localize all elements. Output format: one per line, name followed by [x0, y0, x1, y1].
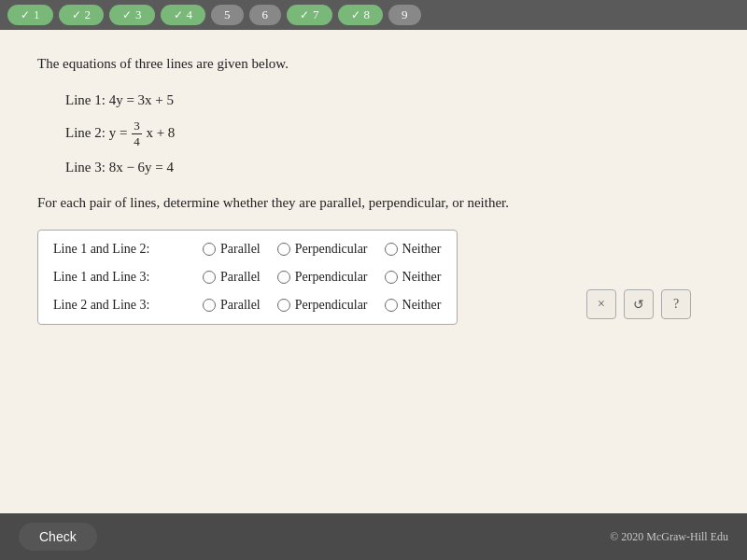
row3-label: Line 2 and Line 3:	[53, 298, 193, 313]
row1-parallel-option[interactable]: Parallel	[203, 242, 261, 257]
row2-parallel-radio[interactable]	[203, 271, 216, 284]
tab-8[interactable]: ✓ 8	[338, 5, 384, 25]
copyright-text: © 2020 McGraw-Hill Edu	[610, 530, 728, 544]
close-icon: ×	[598, 297, 605, 312]
row2-neither-label: Neither	[402, 270, 442, 285]
row1-neither-label: Neither	[402, 242, 442, 257]
line-equations: Line 1: 4y = 3x + 5 Line 2: y = 3 4 x + …	[65, 89, 710, 178]
help-button[interactable]: ?	[661, 289, 691, 319]
row2-neither-radio[interactable]	[385, 271, 398, 284]
tab-8-label: 8	[364, 7, 371, 22]
tab-6-label: 6	[262, 7, 269, 22]
row3-neither-label: Neither	[402, 298, 442, 313]
row2-parallel-option[interactable]: Parallel	[203, 270, 261, 285]
check-icon-1: ✓	[21, 8, 30, 22]
undo-icon: ↺	[633, 297, 644, 313]
row2-neither-option[interactable]: Neither	[385, 270, 442, 285]
answer-row-2: Line 1 and Line 3: Parallel Perpendicula…	[53, 270, 442, 285]
row3-radio-group: Parallel Perpendicular Neither	[203, 298, 442, 313]
row2-perpendicular-option[interactable]: Perpendicular	[277, 270, 368, 285]
row2-perpendicular-label: Perpendicular	[295, 270, 368, 285]
tab-9[interactable]: 9	[388, 5, 421, 25]
tab-5[interactable]: 5	[211, 5, 244, 25]
row1-label: Line 1 and Line 2:	[53, 242, 193, 257]
row3-perpendicular-label: Perpendicular	[295, 298, 368, 313]
row1-perpendicular-option[interactable]: Perpendicular	[277, 242, 368, 257]
row3-parallel-radio[interactable]	[203, 299, 216, 312]
check-icon-2: ✓	[72, 8, 81, 22]
row1-perpendicular-radio[interactable]	[277, 243, 290, 256]
instruction-text: For each pair of lines, determine whethe…	[37, 195, 710, 211]
tab-4-label: 4	[187, 7, 193, 22]
row3-perpendicular-option[interactable]: Perpendicular	[277, 298, 368, 313]
check-icon-4: ✓	[174, 8, 183, 22]
problem-intro: The equations of three lines are given b…	[37, 56, 710, 72]
tab-7-label: 7	[313, 7, 319, 22]
action-buttons: × ↺ ?	[586, 289, 691, 319]
row3-parallel-option[interactable]: Parallel	[203, 298, 261, 313]
main-content: The equations of three lines are given b…	[0, 30, 747, 525]
top-bar: ✓ 1 ✓ 2 ✓ 3 ✓ 4 5 6 ✓ 7 ✓ 8 9	[0, 0, 747, 30]
answer-row-1: Line 1 and Line 2: Parallel Perpendicula…	[53, 242, 442, 257]
tab-6[interactable]: 6	[249, 5, 282, 25]
help-icon: ?	[673, 297, 679, 312]
row3-neither-option[interactable]: Neither	[385, 298, 442, 313]
tab-3[interactable]: ✓ 3	[109, 5, 155, 25]
row3-perpendicular-radio[interactable]	[277, 299, 290, 312]
tab-7[interactable]: ✓ 7	[287, 5, 332, 25]
check-button[interactable]: Check	[19, 523, 97, 551]
row2-perpendicular-radio[interactable]	[277, 271, 290, 284]
line2-equation: Line 2: y = 3 4 x + 8	[65, 119, 710, 148]
tab-2[interactable]: ✓ 2	[59, 5, 105, 25]
check-icon-3: ✓	[122, 8, 132, 22]
row3-parallel-label: Parallel	[220, 298, 261, 313]
check-icon-8: ✓	[351, 8, 360, 22]
tab-2-label: 2	[85, 7, 92, 22]
row1-parallel-radio[interactable]	[203, 243, 216, 256]
tab-4[interactable]: ✓ 4	[161, 5, 206, 25]
row1-neither-radio[interactable]	[385, 243, 398, 256]
row2-radio-group: Parallel Perpendicular Neither	[203, 270, 442, 285]
tab-9-label: 9	[402, 7, 408, 22]
answer-box: Line 1 and Line 2: Parallel Perpendicula…	[37, 230, 458, 325]
row1-radio-group: Parallel Perpendicular Neither	[203, 242, 442, 257]
row1-perpendicular-label: Perpendicular	[295, 242, 368, 257]
bottom-bar: Check © 2020 McGraw-Hill Edu	[0, 513, 747, 560]
line1-equation: Line 1: 4y = 3x + 5	[65, 89, 710, 111]
tab-1-label: 1	[34, 7, 40, 22]
row1-neither-option[interactable]: Neither	[385, 242, 442, 257]
close-button[interactable]: ×	[586, 289, 616, 319]
fraction-3-4: 3 4	[132, 119, 142, 148]
row1-parallel-label: Parallel	[220, 242, 261, 257]
check-icon-7: ✓	[300, 8, 309, 22]
tab-3-label: 3	[135, 7, 142, 22]
tab-5-label: 5	[224, 7, 231, 22]
tab-1[interactable]: ✓ 1	[7, 5, 53, 25]
answer-row-3: Line 2 and Line 3: Parallel Perpendicula…	[53, 298, 442, 313]
row3-neither-radio[interactable]	[385, 299, 398, 312]
line3-equation: Line 3: 8x − 6y = 4	[65, 156, 710, 178]
undo-button[interactable]: ↺	[624, 289, 654, 319]
row2-parallel-label: Parallel	[220, 270, 261, 285]
row2-label: Line 1 and Line 3:	[53, 270, 193, 285]
